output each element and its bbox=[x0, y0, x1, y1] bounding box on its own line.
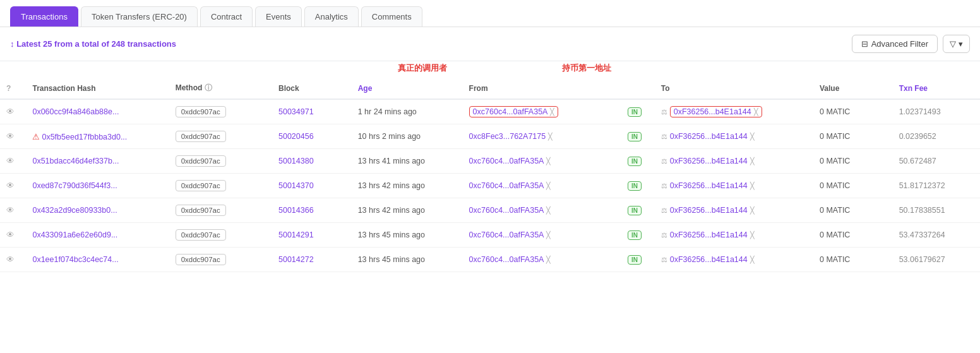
block-link[interactable]: 50014272 bbox=[278, 255, 314, 264]
advanced-filter-button[interactable]: ⊟ Advanced Filter bbox=[852, 35, 938, 53]
from-address-link[interactable]: 0xc760c4...0afFA35A bbox=[469, 230, 544, 239]
tx-hash-cell: 0x1ee1f074bc3c4ec74... bbox=[26, 248, 169, 272]
latest-prefix: Latest bbox=[16, 39, 43, 49]
tab-analytics[interactable]: Analytics bbox=[304, 6, 359, 27]
eye-cell: 👁 bbox=[0, 99, 26, 124]
eye-cell: 👁 bbox=[0, 223, 26, 248]
to-address-link[interactable]: 0xF36256...b4E1a144 bbox=[670, 181, 748, 190]
tx-hash-link[interactable]: 0x060cc9f4a846ab88e... bbox=[32, 107, 119, 116]
fee-text: 53.06179627 bbox=[899, 255, 945, 264]
value-cell: 0 MATIC bbox=[813, 149, 893, 174]
tx-hash-link[interactable]: 0x433091a6e62e60d9... bbox=[32, 230, 117, 239]
table-row: 👁⚠0x5fb5eed17fbbba3d0...0xddc907ac500204… bbox=[0, 124, 980, 149]
to-address-link[interactable]: 0xF36256...b4E1a144 bbox=[670, 206, 748, 215]
block-link[interactable]: 50014291 bbox=[278, 230, 314, 239]
sort-button[interactable]: ▽ ▾ bbox=[943, 35, 970, 53]
copy-icon[interactable]: ╳ bbox=[750, 133, 755, 141]
block-cell: 50014380 bbox=[272, 149, 352, 174]
eye-icon[interactable]: 👁 bbox=[6, 230, 15, 239]
tab-transactions[interactable]: Transactions bbox=[10, 6, 78, 27]
block-cell: 50014291 bbox=[272, 223, 352, 248]
inout-cell: IN bbox=[621, 198, 655, 223]
col-header-age: Age bbox=[352, 78, 463, 99]
to-address-highlighted: 0xF36256...b4E1a144╳ bbox=[670, 106, 762, 117]
copy-icon[interactable]: ╳ bbox=[750, 256, 755, 264]
eye-icon[interactable]: 👁 bbox=[6, 107, 15, 116]
copy-icon[interactable]: ╳ bbox=[754, 108, 758, 116]
tab-token-transfers[interactable]: Token Transfers (ERC-20) bbox=[81, 6, 198, 27]
eye-icon[interactable]: 👁 bbox=[6, 181, 15, 190]
eye-icon[interactable]: 👁 bbox=[6, 255, 15, 264]
from-address-link[interactable]: 0xc8Fec3...762A7175 bbox=[469, 132, 546, 141]
fee-cell: 1.02371493 bbox=[893, 99, 980, 124]
copy-icon[interactable]: ╳ bbox=[546, 182, 551, 190]
tab-comments[interactable]: Comments bbox=[361, 6, 422, 27]
copy-icon[interactable]: ╳ bbox=[750, 182, 755, 190]
eye-icon[interactable]: 👁 bbox=[6, 132, 15, 141]
latest-count: 25 bbox=[43, 39, 52, 49]
method-cell: 0xddc907ac bbox=[169, 198, 272, 223]
copy-icon[interactable]: ╳ bbox=[546, 206, 551, 215]
block-cell: 50014370 bbox=[272, 174, 352, 198]
block-link[interactable]: 50034971 bbox=[278, 107, 314, 116]
from-cell: 0xc760c4...0afFA35A╳ bbox=[463, 174, 621, 198]
copy-icon[interactable]: ╳ bbox=[546, 256, 551, 264]
from-address-link[interactable]: 0xc760c4...0afFA35A bbox=[473, 107, 548, 116]
tx-hash-link[interactable]: 0x1ee1f074bc3c4ec74... bbox=[32, 255, 118, 264]
to-address-link[interactable]: 0xF36256...b4E1a144 bbox=[670, 132, 748, 141]
copy-icon[interactable]: ╳ bbox=[750, 206, 755, 215]
from-address-link[interactable]: 0xc760c4...0afFA35A bbox=[469, 181, 544, 190]
method-badge: 0xddc907ac bbox=[176, 131, 226, 142]
inout-cell: IN bbox=[621, 223, 655, 248]
copy-icon[interactable]: ╳ bbox=[546, 157, 551, 165]
to-address-link[interactable]: 0xF36256...b4E1a144 bbox=[670, 255, 748, 264]
tx-hash-link[interactable]: 0x5fb5eed17fbbba3d0... bbox=[42, 133, 127, 141]
tx-hash-cell: ⚠0x5fb5eed17fbbba3d0... bbox=[26, 124, 169, 149]
value-cell: 0 MATIC bbox=[813, 198, 893, 223]
inout-cell: IN bbox=[621, 149, 655, 174]
copy-icon[interactable]: ╳ bbox=[548, 133, 553, 141]
age-text: 13 hrs 42 mins ago bbox=[358, 206, 425, 215]
contract-icon: ⚖ bbox=[661, 206, 667, 215]
from-cell: 0xc760c4...0afFA35A╳ bbox=[463, 248, 621, 272]
tx-hash-link[interactable]: 0xed87c790d36f544f3... bbox=[32, 181, 117, 190]
copy-icon[interactable]: ╳ bbox=[750, 231, 755, 239]
to-address-link[interactable]: 0xF36256...b4E1a144 bbox=[670, 157, 748, 165]
value-text: 0 MATIC bbox=[820, 230, 850, 239]
from-address-link[interactable]: 0xc760c4...0afFA35A bbox=[469, 255, 544, 264]
block-link[interactable]: 50014380 bbox=[278, 157, 314, 165]
block-link[interactable]: 50020456 bbox=[278, 132, 314, 141]
fee-cell: 50.672487 bbox=[893, 149, 980, 174]
block-link[interactable]: 50014370 bbox=[278, 181, 314, 190]
col-header-method: Method ⓘ bbox=[169, 78, 272, 99]
tab-contract[interactable]: Contract bbox=[200, 6, 253, 27]
method-info-icon: ⓘ bbox=[205, 83, 212, 92]
method-badge: 0xddc907ac bbox=[176, 106, 226, 117]
in-badge: IN bbox=[628, 107, 642, 117]
middle-text: from a total of bbox=[52, 39, 112, 49]
method-cell: 0xddc907ac bbox=[169, 124, 272, 149]
fee-text: 51.81712372 bbox=[899, 181, 945, 190]
age-cell: 13 hrs 45 mins ago bbox=[352, 223, 463, 248]
value-text: 0 MATIC bbox=[820, 255, 850, 264]
tx-hash-link[interactable]: 0x51bdacc46d4ef337b... bbox=[32, 157, 119, 165]
copy-icon[interactable]: ╳ bbox=[546, 231, 551, 239]
table-row: 👁0x51bdacc46d4ef337b...0xddc907ac5001438… bbox=[0, 149, 980, 174]
block-link[interactable]: 50014366 bbox=[278, 206, 314, 215]
from-address-link[interactable]: 0xc760c4...0afFA35A bbox=[469, 157, 544, 165]
copy-icon[interactable]: ╳ bbox=[550, 108, 554, 116]
to-address-link[interactable]: 0xF36256...b4E1a144 bbox=[670, 230, 748, 239]
age-text: 13 hrs 41 mins ago bbox=[358, 157, 425, 165]
fee-text: 53.47337264 bbox=[899, 230, 945, 239]
method-cell: 0xddc907ac bbox=[169, 149, 272, 174]
tab-events[interactable]: Events bbox=[255, 6, 302, 27]
contract-icon: ⚖ bbox=[661, 108, 667, 116]
value-cell: 0 MATIC bbox=[813, 223, 893, 248]
tx-hash-link[interactable]: 0x432a2d9ce80933b0... bbox=[32, 206, 117, 215]
eye-icon[interactable]: 👁 bbox=[6, 157, 15, 165]
eye-icon[interactable]: 👁 bbox=[6, 206, 15, 215]
to-address-link[interactable]: 0xF36256...b4E1a144 bbox=[674, 107, 751, 116]
record-count: ↕ Latest 25 from a total of 248 transact… bbox=[10, 39, 176, 49]
copy-icon[interactable]: ╳ bbox=[750, 157, 755, 165]
from-address-link[interactable]: 0xc760c4...0afFA35A bbox=[469, 206, 544, 215]
